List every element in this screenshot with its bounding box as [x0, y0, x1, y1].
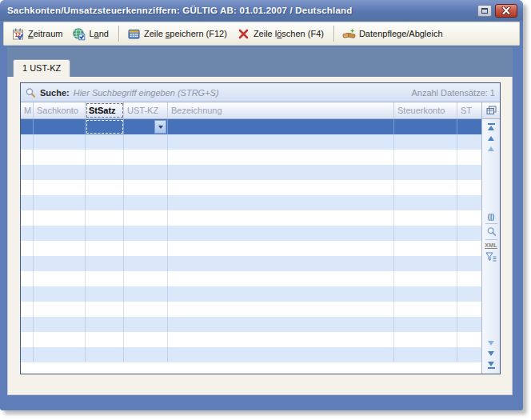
xml-export-button[interactable]: XML [485, 242, 497, 248]
table-row[interactable] [21, 195, 481, 210]
table-cell[interactable] [21, 241, 34, 256]
table-cell[interactable] [168, 347, 394, 362]
table-cell[interactable] [457, 150, 481, 165]
table-cell[interactable] [34, 180, 86, 195]
table-cell[interactable] [21, 332, 34, 347]
table-cell[interactable] [124, 332, 168, 347]
table-cell[interactable] [457, 226, 481, 241]
table-cell[interactable] [86, 256, 124, 271]
table-cell[interactable] [86, 286, 124, 302]
table-cell[interactable] [168, 317, 394, 332]
table-row[interactable] [21, 317, 481, 332]
table-cell[interactable] [124, 180, 168, 195]
table-cell[interactable] [124, 241, 168, 256]
column-header-ust-kz[interactable]: UST-KZ [124, 102, 168, 118]
table-cell[interactable] [168, 226, 394, 241]
rail-search-button[interactable] [486, 226, 497, 237]
table-cell[interactable] [21, 165, 34, 180]
table-cell[interactable] [21, 256, 34, 271]
fit-columns-button[interactable]: (|) [488, 213, 495, 221]
column-header-sachkonto[interactable]: Sachkonto [34, 102, 86, 118]
table-cell[interactable] [86, 317, 124, 332]
table-cell[interactable] [394, 180, 457, 195]
column-header-stsatz[interactable]: StSatz [86, 102, 124, 118]
table-cell[interactable] [34, 332, 86, 347]
table-row[interactable] [21, 180, 481, 195]
table-cell[interactable] [394, 347, 457, 362]
table-cell[interactable] [168, 210, 394, 226]
table-cell[interactable] [457, 180, 481, 195]
table-cell[interactable] [168, 150, 394, 165]
table-cell[interactable] [34, 286, 86, 302]
table-row[interactable] [21, 210, 481, 226]
column-header-bezeichnung[interactable]: Bezeichnung [168, 102, 394, 118]
zeile-loeschen-button[interactable]: Zeile löschen (F4) [234, 25, 329, 43]
table-cell[interactable] [86, 241, 124, 256]
table-cell[interactable] [457, 195, 481, 210]
scroll-bottom-button[interactable] [488, 362, 495, 369]
ust-kz-dropdown-button[interactable] [154, 120, 166, 134]
table-cell[interactable] [21, 347, 34, 362]
table-cell[interactable] [394, 226, 457, 241]
table-cell[interactable] [124, 165, 168, 180]
table-cell[interactable] [457, 134, 481, 150]
table-cell[interactable] [394, 195, 457, 210]
scroll-top-button[interactable] [488, 123, 495, 130]
table-cell[interactable] [168, 271, 394, 286]
tab-ust-kz[interactable]: 1 UST-KZ [13, 59, 70, 77]
table-cell[interactable] [394, 134, 457, 150]
table-cell[interactable] [21, 134, 34, 150]
scroll-up-button[interactable] [488, 136, 494, 141]
table-cell[interactable] [86, 347, 124, 362]
table-cell[interactable] [34, 317, 86, 332]
table-cell[interactable] [86, 134, 124, 150]
table-cell[interactable] [86, 119, 124, 134]
table-cell[interactable] [457, 241, 481, 256]
table-row[interactable] [21, 256, 481, 271]
table-cell[interactable] [457, 256, 481, 271]
scroll-up-page-button[interactable] [488, 146, 494, 151]
column-header-m[interactable]: M [21, 102, 34, 118]
table-cell[interactable] [34, 195, 86, 210]
table-cell[interactable] [457, 347, 481, 362]
table-cell[interactable] [21, 226, 34, 241]
table-row[interactable] [21, 271, 481, 286]
table-cell[interactable] [168, 302, 394, 317]
table-row[interactable] [21, 286, 481, 302]
table-cell[interactable] [34, 241, 86, 256]
table-cell[interactable] [86, 195, 124, 210]
table-cell[interactable] [457, 165, 481, 180]
column-chooser-button[interactable] [482, 102, 500, 119]
table-cell[interactable] [168, 241, 394, 256]
table-cell[interactable] [394, 317, 457, 332]
table-cell[interactable] [457, 119, 481, 134]
table-cell[interactable] [124, 150, 168, 165]
table-cell[interactable] [124, 256, 168, 271]
table-cell[interactable] [394, 286, 457, 302]
table-cell[interactable] [394, 332, 457, 347]
column-header-st[interactable]: ST [457, 102, 481, 118]
table-cell[interactable] [124, 317, 168, 332]
table-cell[interactable] [86, 165, 124, 180]
table-cell[interactable] [457, 271, 481, 286]
table-cell[interactable] [124, 195, 168, 210]
table-cell[interactable] [124, 226, 168, 241]
table-cell[interactable] [168, 119, 394, 134]
table-cell[interactable] [86, 210, 124, 226]
filter-button[interactable] [485, 252, 497, 262]
table-cell[interactable] [21, 210, 34, 226]
table-cell[interactable] [34, 347, 86, 362]
table-cell[interactable] [21, 150, 34, 165]
table-cell[interactable] [168, 165, 394, 180]
table-cell[interactable] [21, 180, 34, 195]
table-cell[interactable] [168, 256, 394, 271]
table-cell[interactable] [124, 302, 168, 317]
close-button[interactable] [495, 4, 517, 18]
table-cell[interactable] [124, 119, 168, 134]
table-cell[interactable] [124, 286, 168, 302]
table-cell[interactable] [86, 302, 124, 317]
table-cell[interactable] [86, 226, 124, 241]
table-row[interactable] [21, 241, 481, 256]
title-bar[interactable]: Sachkonten/Umsatzsteuerkennziffern: GÜLT… [0, 0, 523, 21]
table-cell[interactable] [168, 332, 394, 347]
